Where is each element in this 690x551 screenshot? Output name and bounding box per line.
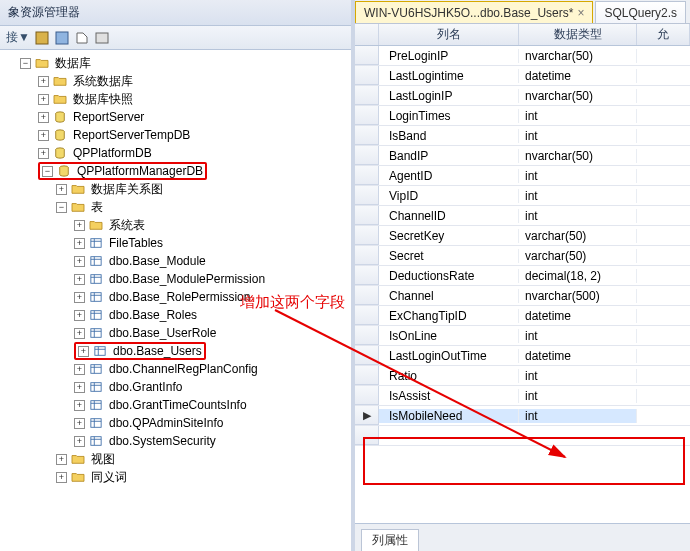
cell-column-name[interactable]: VipID [379, 189, 519, 203]
grid-row[interactable]: AgentIDint [355, 166, 690, 186]
row-header[interactable] [355, 346, 379, 365]
tree-node-db[interactable]: + QPPlatformDB [4, 144, 351, 162]
tree-node-db[interactable]: + ReportServerTempDB [4, 126, 351, 144]
row-header[interactable] [355, 326, 379, 345]
row-header[interactable] [355, 306, 379, 325]
cell-data-type[interactable]: datetime [519, 349, 637, 363]
cell-column-name[interactable]: DeductionsRate [379, 269, 519, 283]
expand-toggle[interactable]: + [74, 256, 85, 267]
row-header[interactable]: ▶ [355, 406, 379, 425]
row-header[interactable] [355, 386, 379, 405]
grid-row[interactable]: ChannelIDint [355, 206, 690, 226]
expand-toggle[interactable]: + [74, 292, 85, 303]
expand-toggle[interactable]: + [74, 274, 85, 285]
cell-column-name[interactable]: IsBand [379, 129, 519, 143]
grid-row[interactable]: IsAssistint [355, 386, 690, 406]
cell-column-name[interactable]: AgentID [379, 169, 519, 183]
column-properties-tab[interactable]: 列属性 [361, 529, 419, 551]
tree-node-table[interactable]: +dbo.ChannelRegPlanConfig [4, 360, 351, 378]
grid-row[interactable]: Channelnvarchar(500) [355, 286, 690, 306]
expand-toggle[interactable]: + [74, 238, 85, 249]
grid-header-datatype[interactable]: 数据类型 [519, 24, 637, 45]
grid-row[interactable]: IsBandint [355, 126, 690, 146]
expand-toggle[interactable]: + [38, 94, 49, 105]
cell-column-name[interactable]: ExChangTipID [379, 309, 519, 323]
cell-column-name[interactable]: LastLoginOutTime [379, 349, 519, 363]
grid-row[interactable]: PreLoginIPnvarchar(50) [355, 46, 690, 66]
cell-data-type[interactable]: decimal(18, 2) [519, 269, 637, 283]
cell-data-type[interactable]: nvarchar(500) [519, 289, 637, 303]
row-header[interactable] [355, 186, 379, 205]
cell-data-type[interactable]: int [519, 189, 637, 203]
cell-data-type[interactable]: varchar(50) [519, 249, 637, 263]
cell-column-name[interactable]: LastLogintime [379, 69, 519, 83]
tab-other[interactable]: SQLQuery2.s [595, 1, 686, 23]
cell-data-type[interactable]: int [519, 389, 637, 403]
row-header[interactable] [355, 366, 379, 385]
grid-row[interactable]: BandIPnvarchar(50) [355, 146, 690, 166]
cell-data-type[interactable]: int [519, 369, 637, 383]
expand-toggle[interactable]: + [38, 148, 49, 159]
tree-node-db[interactable]: + ReportServer [4, 108, 351, 126]
tree-node-systables[interactable]: + 系统表 [4, 216, 351, 234]
tree-node-system-db[interactable]: + 系统数据库 [4, 72, 351, 90]
tree-node-table[interactable]: +dbo.Base_RolePermission [4, 288, 351, 306]
toolbar-icon-1[interactable] [34, 30, 50, 46]
cell-data-type[interactable]: datetime [519, 69, 637, 83]
expand-toggle[interactable]: + [74, 328, 85, 339]
row-header[interactable] [355, 66, 379, 85]
tree-node-diagrams[interactable]: + 数据库关系图 [4, 180, 351, 198]
expand-toggle[interactable]: − [42, 166, 53, 177]
connect-dropdown[interactable]: 接▼ [6, 29, 30, 46]
cell-column-name[interactable]: PreLoginIP [379, 49, 519, 63]
grid-header-colname[interactable]: 列名 [379, 24, 519, 45]
tree-node-table[interactable]: +dbo.GrantTimeCountsInfo [4, 396, 351, 414]
cell-data-type[interactable]: int [519, 129, 637, 143]
tree-node-selected-db[interactable]: − QPPlatformManagerDB [4, 162, 351, 180]
cell-column-name[interactable]: ChannelID [379, 209, 519, 223]
tree-node-views[interactable]: + 视图 [4, 450, 351, 468]
cell-data-type[interactable]: int [519, 409, 637, 423]
cell-data-type[interactable]: int [519, 329, 637, 343]
tab-active[interactable]: WIN-VU6HSJHK5O...dbo.Base_Users* × [355, 1, 593, 23]
tree-node-table[interactable]: +dbo.SystemSecurity [4, 432, 351, 450]
row-header[interactable] [355, 266, 379, 285]
tree-node-table[interactable]: +dbo.Base_ModulePermission [4, 270, 351, 288]
expand-toggle[interactable]: + [38, 112, 49, 123]
grid-row[interactable]: ▶IsMobileNeedint [355, 406, 690, 426]
grid-row[interactable]: LastLoginIPnvarchar(50) [355, 86, 690, 106]
cell-data-type[interactable]: varchar(50) [519, 229, 637, 243]
grid-row[interactable]: Secretvarchar(50) [355, 246, 690, 266]
row-header[interactable] [355, 166, 379, 185]
expand-toggle[interactable]: + [74, 418, 85, 429]
cell-column-name[interactable]: Ratio [379, 369, 519, 383]
tree-node-synonyms[interactable]: + 同义词 [4, 468, 351, 486]
grid-row[interactable]: Ratioint [355, 366, 690, 386]
tree-node-snapshot[interactable]: + 数据库快照 [4, 90, 351, 108]
expand-toggle[interactable]: + [74, 310, 85, 321]
cell-data-type[interactable]: nvarchar(50) [519, 89, 637, 103]
grid-row[interactable]: VipIDint [355, 186, 690, 206]
expand-toggle[interactable]: − [56, 202, 67, 213]
expand-toggle[interactable]: − [20, 58, 31, 69]
cell-data-type[interactable]: nvarchar(50) [519, 149, 637, 163]
cell-column-name[interactable]: LoginTimes [379, 109, 519, 123]
cell-data-type[interactable]: int [519, 169, 637, 183]
cell-column-name[interactable]: BandIP [379, 149, 519, 163]
tree-node-table[interactable]: +dbo.QPAdminSiteInfo [4, 414, 351, 432]
tree-node-table[interactable]: +dbo.GrantInfo [4, 378, 351, 396]
grid-body[interactable]: PreLoginIPnvarchar(50)LastLogintimedatet… [355, 46, 690, 523]
expand-toggle[interactable]: + [56, 184, 67, 195]
tree-view[interactable]: − 数据库 + 系统数据库 + 数据库快照 + ReportServer [0, 50, 351, 551]
grid-row[interactable]: LoginTimesint [355, 106, 690, 126]
tree-node-table[interactable]: +dbo.Base_Module [4, 252, 351, 270]
row-header[interactable] [355, 106, 379, 125]
expand-toggle[interactable]: + [74, 382, 85, 393]
cell-column-name[interactable]: IsMobileNeed [379, 409, 519, 423]
grid-row[interactable]: DeductionsRatedecimal(18, 2) [355, 266, 690, 286]
cell-data-type[interactable]: nvarchar(50) [519, 49, 637, 63]
tree-node-table[interactable]: +dbo.Base_UserRole [4, 324, 351, 342]
expand-toggle[interactable]: + [78, 346, 89, 357]
cell-column-name[interactable]: Secret [379, 249, 519, 263]
cell-column-name[interactable]: Channel [379, 289, 519, 303]
